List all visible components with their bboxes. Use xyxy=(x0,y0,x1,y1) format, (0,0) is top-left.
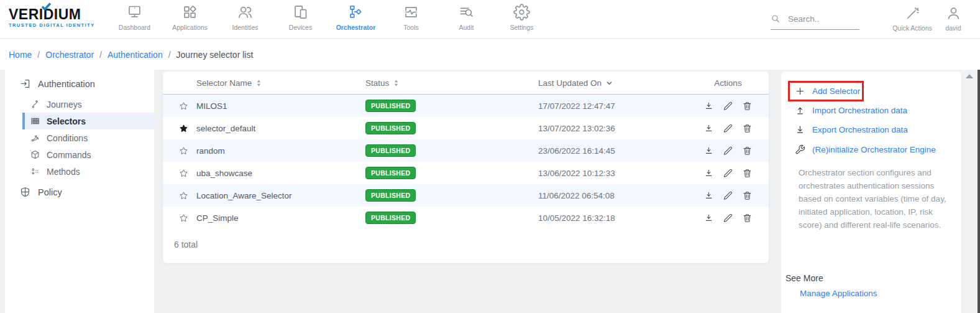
star-icon[interactable] xyxy=(178,168,189,179)
selector-name: MILOS1 xyxy=(196,101,365,111)
star-icon[interactable] xyxy=(178,213,189,223)
delete-icon[interactable] xyxy=(742,190,753,201)
top-nav: VERIDIUM TRUSTED DIGITAL IDENTITY Dashbo… xyxy=(0,0,980,39)
delete-icon[interactable] xyxy=(742,213,753,223)
nav-item-orchestrator[interactable]: Orchestrator xyxy=(328,4,383,31)
vertical-scrollbar[interactable] xyxy=(961,70,978,313)
sidebar-section-authentication[interactable]: Authentication xyxy=(5,70,154,96)
edit-icon[interactable] xyxy=(723,190,733,201)
sidebar-section-policy[interactable]: Policy xyxy=(5,180,154,204)
edit-icon[interactable] xyxy=(723,213,733,223)
column-label: Actions xyxy=(714,78,741,88)
download-icon[interactable] xyxy=(703,213,714,223)
download-icon[interactable] xyxy=(703,123,714,134)
settings-icon xyxy=(513,4,530,21)
table-row[interactable]: MILOS1 PUBLISHED 17/07/2022 12:47:47 xyxy=(163,95,769,117)
table-row[interactable]: uba_showcase PUBLISHED 13/06/2022 10:12:… xyxy=(163,162,769,184)
status-badge: PUBLISHED xyxy=(365,189,416,202)
nav-item-applications[interactable]: Applications xyxy=(162,4,218,31)
download-icon[interactable] xyxy=(703,168,714,179)
nav-item-identities[interactable]: Identities xyxy=(218,4,273,31)
download-icon[interactable] xyxy=(703,146,714,156)
table-row[interactable]: selector_default PUBLISHED 13/07/2022 13… xyxy=(163,117,769,139)
breadcrumb-link-authentication[interactable]: Authentication xyxy=(108,50,163,60)
delete-icon[interactable] xyxy=(742,101,753,111)
delete-icon[interactable] xyxy=(742,123,753,134)
star-icon[interactable] xyxy=(178,146,189,156)
sidebar-item-conditions[interactable]: Conditions xyxy=(5,129,154,146)
edit-icon[interactable] xyxy=(723,101,733,111)
nav-item-dashboard[interactable]: Dashboard xyxy=(107,4,162,31)
nav-item-audit[interactable]: Audit xyxy=(439,4,494,31)
brand-logo[interactable]: VERIDIUM TRUSTED DIGITAL IDENTITY xyxy=(9,7,95,28)
manage-applications-link[interactable]: Manage Applications xyxy=(800,289,877,298)
chevron-down-icon xyxy=(606,80,613,86)
annotation-highlight-box: Add Selector xyxy=(788,81,864,101)
sidebar-item-journeys[interactable]: Journeys xyxy=(5,96,154,113)
download-icon[interactable] xyxy=(703,101,714,111)
selector-name: selector_default xyxy=(196,124,365,133)
nav-label: Dashboard xyxy=(119,24,150,31)
star-icon[interactable] xyxy=(178,190,189,201)
import-orchestration-button[interactable]: Import Orchestration data xyxy=(795,105,907,116)
selector-name: random xyxy=(196,146,365,156)
last-updated: 13/06/2022 10:12:33 xyxy=(538,169,700,178)
sidebar-item-selectors[interactable]: Selectors xyxy=(22,113,154,129)
breadcrumb-link-home[interactable]: Home xyxy=(9,50,32,60)
table-row[interactable]: Location_Aware_Selector PUBLISHED 11/06/… xyxy=(163,184,769,207)
column-header-selector-name[interactable]: Selector Name xyxy=(196,78,365,88)
route-icon xyxy=(30,99,40,110)
sidebar-item-methods[interactable]: Methods xyxy=(5,163,154,180)
table-icon xyxy=(30,116,40,126)
applications-icon xyxy=(181,4,198,21)
sort-icon xyxy=(393,79,399,87)
nav-label: Devices xyxy=(289,24,312,31)
table-row[interactable]: random PUBLISHED 23/06/2022 16:14:45 xyxy=(163,139,769,162)
sidebar-item-label: Selectors xyxy=(47,116,86,126)
nav-item-tools[interactable]: Tools xyxy=(383,4,439,31)
last-updated: 10/05/2022 16:32:18 xyxy=(538,213,700,223)
breadcrumb-link-orchestrator[interactable]: Orchestrator xyxy=(45,50,94,60)
action-label: Export Orchestration data xyxy=(812,125,908,134)
add-selector-button[interactable]: Add Selector xyxy=(795,86,860,96)
check-icon xyxy=(41,2,52,11)
edit-icon[interactable] xyxy=(723,146,733,156)
delete-icon[interactable] xyxy=(742,146,753,156)
tools-icon xyxy=(403,4,419,21)
selector-name: CP_Simple xyxy=(196,213,365,223)
column-header-last-updated[interactable]: Last Updated On xyxy=(538,78,700,88)
last-updated: 11/06/2022 06:54:08 xyxy=(538,191,700,200)
nav-item-settings[interactable]: Settings xyxy=(494,4,549,31)
action-label: Add Selector xyxy=(812,86,860,96)
branch-icon xyxy=(30,133,40,143)
edit-icon[interactable] xyxy=(723,168,733,179)
dots-icon xyxy=(30,166,40,177)
sidebar-item-label: Conditions xyxy=(47,133,88,143)
column-label: Selector Name xyxy=(196,78,252,88)
star-icon[interactable] xyxy=(178,101,189,111)
brand-name: VERIDIUM xyxy=(9,7,95,22)
search-input[interactable] xyxy=(788,14,853,24)
plus-icon xyxy=(795,86,805,96)
export-orchestration-button[interactable]: Export Orchestration data xyxy=(795,124,908,135)
user-menu[interactable]: david xyxy=(936,6,970,32)
delete-icon[interactable] xyxy=(742,168,753,179)
reinitialize-engine-button[interactable]: (Re)initialize Orchestrator Engine xyxy=(795,144,936,155)
table-row[interactable]: CP_Simple PUBLISHED 10/05/2022 16:32:18 xyxy=(163,207,769,229)
quick-actions-button[interactable]: Quick Actions xyxy=(889,6,935,32)
column-header-status[interactable]: Status xyxy=(365,78,538,88)
sidebar-item-commands[interactable]: Commands xyxy=(5,146,154,163)
download-icon[interactable] xyxy=(703,190,714,201)
scroll-up-arrow-icon[interactable] xyxy=(966,74,973,78)
nav-label: Audit xyxy=(459,24,474,31)
sidebar-section-label: Policy xyxy=(38,187,62,197)
total-count: 6 total xyxy=(174,240,769,250)
sidebar-item-label: Journeys xyxy=(47,100,82,110)
edit-icon[interactable] xyxy=(723,123,733,134)
shield-icon xyxy=(19,186,31,198)
breadcrumb-current: Journey selector list xyxy=(176,50,254,60)
nav-item-devices[interactable]: Devices xyxy=(273,4,328,31)
star-icon[interactable] xyxy=(178,123,189,134)
selector-name: uba_showcase xyxy=(196,169,365,178)
search-box xyxy=(771,14,859,30)
